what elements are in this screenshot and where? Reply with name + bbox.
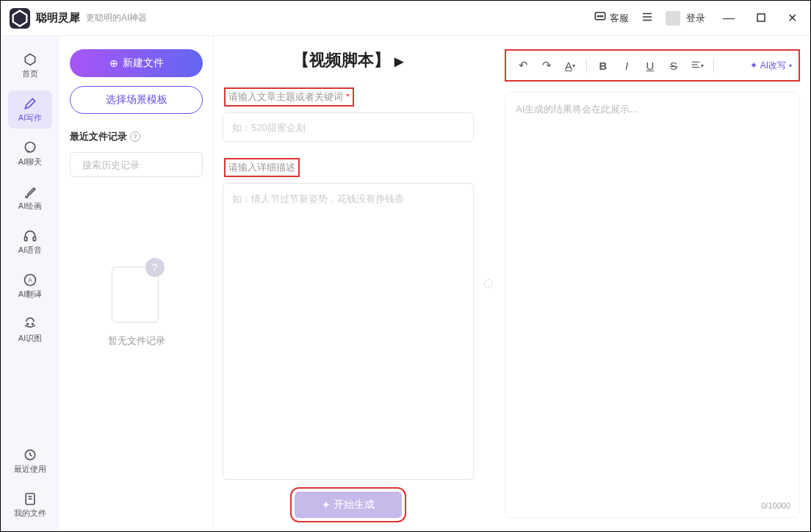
- recent-files-heading: 最近文件记录 ?: [70, 130, 203, 143]
- nav-label: 首页: [22, 68, 38, 79]
- ai-rewrite-label: AI改写: [760, 60, 786, 72]
- logo-icon: [10, 8, 30, 29]
- svg-point-16: [32, 323, 34, 325]
- search-box[interactable]: [70, 152, 203, 177]
- generate-label: 开始生成: [334, 498, 375, 511]
- nav-label: AI语音: [18, 245, 42, 256]
- left-nav: 首页 AI写作 AI聊天 AI绘画 AI语音 A AI翻译 AI识图: [1, 36, 60, 531]
- new-file-label: 新建文件: [123, 57, 164, 70]
- sparkle-icon: ✦: [322, 499, 331, 511]
- topic-label: 请输入文章主题或者关键词 *: [223, 85, 474, 109]
- side-panel: ⊕ 新建文件 选择场景模板 最近文件记录 ? ? 暂无文件记录: [60, 36, 214, 531]
- nav-files[interactable]: 我的文件: [8, 486, 52, 524]
- svg-marker-0: [13, 10, 27, 26]
- headphone-icon: [23, 229, 37, 243]
- svg-point-10: [25, 142, 35, 151]
- svg-marker-9: [25, 54, 35, 65]
- svg-point-15: [27, 323, 29, 325]
- svg-text:A: A: [28, 276, 32, 284]
- pen-icon: [23, 96, 37, 111]
- ai-sparkle-icon: ✦: [750, 60, 757, 71]
- editor-placeholder: AI生成的结果将会在此展示...: [516, 104, 638, 115]
- font-color-icon: A: [565, 60, 572, 72]
- chat-bubble-icon: [594, 10, 607, 26]
- maximize-button[interactable]: [752, 12, 770, 25]
- resize-grip[interactable]: [483, 36, 494, 531]
- nav-recent[interactable]: 最近使用: [8, 442, 52, 480]
- underline-button[interactable]: U: [640, 55, 660, 76]
- underline-icon: U: [646, 60, 655, 72]
- nav-chat[interactable]: AI聊天: [8, 134, 52, 173]
- editor-panel: ↶ ↷ A▾ B I U S ▾ ✦ AI改写 ▾ AI生成的结果将会在此展示.…: [494, 36, 810, 531]
- play-arrow-icon[interactable]: ▶: [394, 55, 403, 68]
- font-color-button[interactable]: A▾: [560, 55, 580, 76]
- ai-rewrite-button[interactable]: ✦ AI改写 ▾: [750, 60, 792, 72]
- empty-illustration: ?: [107, 258, 166, 324]
- search-input[interactable]: [82, 159, 206, 170]
- minimize-button[interactable]: —: [718, 12, 739, 25]
- plus-icon: ⊕: [109, 57, 118, 69]
- detail-label: 请输入详细描述: [223, 155, 474, 180]
- align-button[interactable]: ▾: [687, 55, 707, 76]
- hamburger-icon: [641, 10, 654, 26]
- close-button[interactable]: ✕: [783, 11, 801, 25]
- editor-toolbar: ↶ ↷ A▾ B I U S ▾ ✦ AI改写 ▾: [508, 53, 796, 78]
- generate-button[interactable]: ✦ 开始生成: [295, 492, 402, 518]
- topic-input[interactable]: [223, 112, 474, 142]
- svg-point-2: [597, 15, 599, 17]
- char-count: 0/10000: [761, 501, 790, 510]
- italic-icon: I: [625, 60, 628, 72]
- nav-translate[interactable]: A AI翻译: [8, 267, 52, 305]
- nav-image[interactable]: AI识图: [8, 311, 52, 349]
- nav-draw[interactable]: AI绘画: [8, 179, 52, 217]
- nav-label: 我的文件: [14, 508, 46, 519]
- nav-voice[interactable]: AI语音: [8, 223, 52, 261]
- image-icon: [23, 317, 37, 331]
- nav-label: AI翻译: [18, 289, 42, 300]
- nav-write[interactable]: AI写作: [8, 90, 52, 129]
- avatar-icon: [666, 11, 680, 26]
- nav-label: AI写作: [18, 112, 42, 123]
- new-file-button[interactable]: ⊕ 新建文件: [70, 49, 203, 77]
- svg-rect-8: [757, 14, 765, 21]
- nav-label: AI识图: [18, 333, 42, 344]
- app-name: 聪明灵犀: [36, 11, 80, 25]
- italic-button[interactable]: I: [616, 55, 637, 76]
- support-button[interactable]: 客服: [594, 10, 629, 26]
- home-icon: [23, 52, 37, 67]
- empty-text: 暂无文件记录: [108, 334, 165, 348]
- help-icon[interactable]: ?: [130, 132, 140, 142]
- undo-button[interactable]: ↶: [513, 55, 533, 76]
- align-icon: [691, 60, 701, 72]
- svg-rect-12: [33, 237, 35, 240]
- strike-button[interactable]: S: [663, 55, 684, 76]
- strike-icon: S: [670, 60, 677, 72]
- translate-icon: A: [23, 273, 37, 287]
- login-button[interactable]: 登录: [666, 11, 705, 26]
- grip-icon: [484, 279, 493, 288]
- file-icon: [23, 492, 37, 506]
- select-template-button[interactable]: 选择场景模板: [70, 86, 203, 114]
- svg-point-4: [602, 15, 603, 17]
- nav-home[interactable]: 首页: [8, 46, 52, 85]
- svg-point-3: [599, 15, 601, 17]
- login-label: 登录: [686, 12, 705, 25]
- page-title: 【视频脚本】▶: [223, 49, 474, 71]
- empty-state: ? 暂无文件记录: [70, 258, 203, 348]
- detail-textarea[interactable]: [223, 183, 474, 480]
- menu-button[interactable]: [641, 10, 654, 26]
- nav-label: AI绘画: [18, 201, 42, 212]
- titlebar: 聪明灵犀 更聪明的AI神器 客服 登录 — ✕: [1, 1, 810, 36]
- undo-icon: ↶: [519, 59, 528, 72]
- redo-icon: ↷: [542, 59, 552, 72]
- svg-rect-11: [25, 237, 27, 240]
- bold-button[interactable]: B: [593, 55, 613, 76]
- clock-icon: [23, 447, 37, 462]
- bold-icon: B: [599, 60, 608, 72]
- output-editor[interactable]: AI生成的结果将会在此展示... 0/10000: [505, 92, 800, 518]
- chat-icon: [23, 140, 37, 155]
- redo-button[interactable]: ↷: [536, 55, 557, 76]
- nav-label: AI聊天: [18, 157, 42, 168]
- form-panel: 【视频脚本】▶ 请输入文章主题或者关键词 * 请输入详细描述 ✦ 开始生成: [214, 36, 483, 531]
- app-subtitle: 更聪明的AI神器: [86, 12, 147, 24]
